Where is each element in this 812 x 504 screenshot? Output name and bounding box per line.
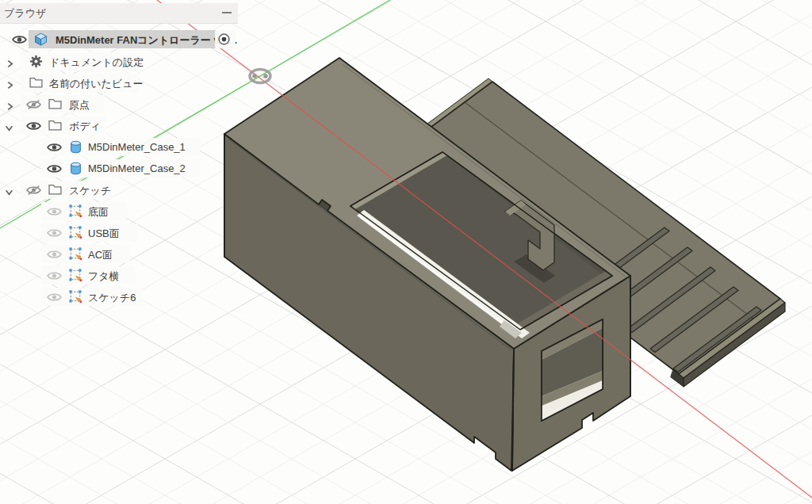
folder-icon — [48, 183, 62, 197]
eye-hidden-icon[interactable] — [26, 185, 41, 196]
tree-row-sketch-2[interactable]: USB面 — [0, 223, 238, 242]
eye-dim-icon[interactable] — [47, 227, 62, 239]
body-cylinder-icon — [69, 162, 82, 175]
panel-title: ブラウザ — [4, 6, 46, 21]
body-cylinder-icon — [69, 140, 82, 154]
tree-label[interactable]: スケッチ6 — [88, 291, 136, 305]
folder-icon — [48, 119, 62, 132]
tree-row-bodies[interactable]: ボディ — [0, 116, 238, 135]
folder-icon — [48, 97, 62, 111]
sketch-icon — [69, 204, 82, 218]
tree-label[interactable]: ドキュメントの設定 — [49, 55, 144, 70]
tree-row-sketch-1[interactable]: 底面 — [0, 202, 238, 220]
tree-label[interactable]: AC面 — [88, 248, 113, 262]
tree-row-document[interactable]: M5DinMeter FANコントローラー v1:... — [0, 30, 238, 48]
minimize-icon[interactable] — [222, 12, 232, 13]
fusion360-window: { "panel": { "title": "ブラウザ", "document_… — [0, 0, 812, 504]
chevron-right-icon[interactable] — [6, 57, 14, 66]
eye-dim-icon[interactable] — [47, 249, 62, 260]
sketch-icon — [69, 290, 82, 304]
sketch-icon — [69, 269, 82, 282]
chevron-down-icon[interactable] — [5, 121, 13, 130]
eye-dim-icon[interactable] — [47, 206, 62, 217]
tree-row-settings[interactable]: ドキュメントの設定 — [0, 52, 238, 71]
tree-row-named-views[interactable]: 名前の付いたビュー — [0, 74, 238, 92]
tree-row-sketch-5[interactable]: スケッチ6 — [0, 288, 238, 306]
tree-row-body-1[interactable]: M5DinMeter_Case_1 — [0, 138, 238, 156]
tree-label[interactable]: 原点 — [69, 98, 90, 113]
tree-label[interactable]: M5DinMeter_Case_1 — [88, 141, 186, 153]
sketch-icon — [69, 247, 82, 261]
tree-label[interactable]: スケッチ — [69, 184, 111, 198]
tree-label[interactable]: 底面 — [88, 205, 109, 220]
tree-label[interactable]: フタ横 — [88, 269, 120, 284]
sketch-icon — [69, 226, 82, 239]
tree-label[interactable]: ボディ — [69, 120, 101, 134]
eye-icon[interactable] — [26, 120, 41, 132]
eye-icon[interactable] — [12, 34, 27, 45]
tree-row-body-2[interactable]: M5DinMeter_Case_2 — [0, 159, 238, 178]
tree-label[interactable]: USB面 — [88, 227, 120, 241]
eye-hidden-icon[interactable] — [26, 99, 41, 110]
tree-row-sketches[interactable]: スケッチ — [0, 181, 238, 199]
browser-panel-header: ブラウザ — [0, 3, 238, 24]
tree-row-origin[interactable]: 原点 — [0, 95, 238, 113]
eye-icon[interactable] — [47, 163, 62, 174]
tree-label[interactable]: M5DinMeter_Case_2 — [88, 162, 186, 174]
document-title[interactable]: M5DinMeter FANコントローラー v1:... — [56, 33, 237, 48]
gear-icon — [29, 55, 43, 68]
tree-row-sketch-3[interactable]: AC面 — [0, 245, 238, 263]
document-cube-icon — [34, 32, 48, 46]
eye-dim-icon[interactable] — [47, 270, 62, 281]
eye-dim-icon[interactable] — [47, 292, 62, 303]
folder-icon — [29, 76, 43, 90]
tree-label[interactable]: 名前の付いたビュー — [49, 77, 144, 91]
eye-icon[interactable] — [47, 142, 62, 153]
chevron-right-icon[interactable] — [6, 78, 14, 87]
tree-row-sketch-4[interactable]: フタ横 — [0, 266, 238, 284]
chevron-right-icon[interactable] — [6, 100, 14, 109]
activate-radio-icon[interactable] — [217, 32, 231, 46]
chevron-down-icon[interactable] — [5, 185, 13, 194]
